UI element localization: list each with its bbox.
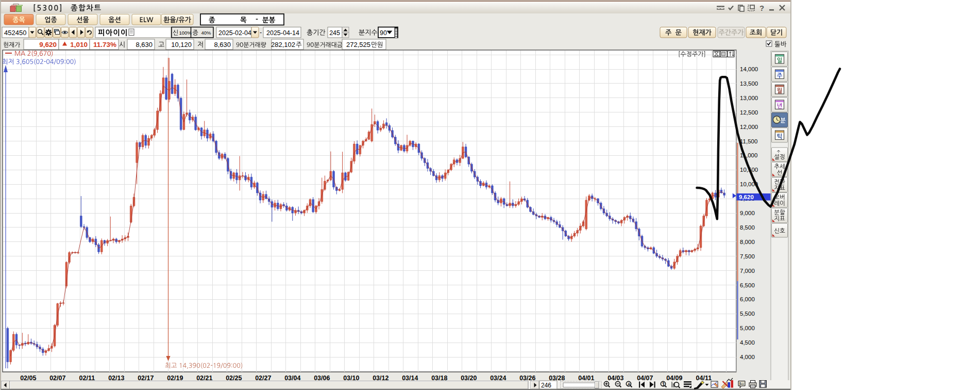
svg-text:272,525: 272,525 bbox=[346, 41, 370, 48]
svg-text:282,102: 282,102 bbox=[271, 41, 295, 48]
svg-text:5,000: 5,000 bbox=[740, 325, 755, 331]
svg-text:8,630: 8,630 bbox=[214, 41, 231, 48]
svg-text:5,500: 5,500 bbox=[740, 311, 755, 317]
svg-text:7,000: 7,000 bbox=[740, 268, 755, 274]
svg-text:13,500: 13,500 bbox=[740, 80, 758, 87]
svg-text:11.73%: 11.73% bbox=[93, 41, 116, 48]
svg-text:-: - bbox=[260, 29, 262, 36]
svg-text:8,630: 8,630 bbox=[136, 41, 153, 48]
svg-text:9,620: 9,620 bbox=[739, 194, 754, 200]
svg-text:245: 245 bbox=[329, 29, 340, 37]
svg-text:2025-02-04: 2025-02-04 bbox=[218, 29, 251, 37]
svg-text:9,000: 9,000 bbox=[740, 210, 755, 216]
svg-text:11,500: 11,500 bbox=[740, 138, 757, 144]
svg-text:13,000: 13,000 bbox=[740, 95, 758, 101]
svg-text:8,500: 8,500 bbox=[740, 224, 755, 231]
svg-text:12,500: 12,500 bbox=[740, 109, 758, 116]
svg-text:9,620: 9,620 bbox=[39, 41, 57, 48]
svg-text:4,500: 4,500 bbox=[740, 339, 755, 346]
svg-text:40%: 40% bbox=[201, 30, 212, 36]
svg-text:?: ? bbox=[759, 4, 764, 12]
svg-text:246: 246 bbox=[541, 382, 551, 389]
svg-text:!--: !-- bbox=[739, 381, 744, 386]
svg-text:14,000: 14,000 bbox=[740, 66, 758, 72]
svg-text:6,500: 6,500 bbox=[740, 282, 755, 288]
svg-text:2025-04-14: 2025-04-14 bbox=[266, 29, 299, 37]
svg-text:1: 1 bbox=[662, 382, 665, 387]
svg-text:A: A bbox=[628, 382, 631, 387]
svg-text:10,120: 10,120 bbox=[171, 41, 192, 48]
svg-text:6,000: 6,000 bbox=[740, 296, 755, 302]
svg-text:8,000: 8,000 bbox=[740, 239, 755, 245]
svg-text:1,010: 1,010 bbox=[70, 41, 88, 48]
svg-text:7,500: 7,500 bbox=[740, 253, 755, 259]
svg-text:100%: 100% bbox=[179, 30, 192, 36]
svg-text:452450: 452450 bbox=[4, 29, 26, 37]
svg-text:90: 90 bbox=[380, 29, 387, 37]
svg-text:4,000: 4,000 bbox=[740, 354, 755, 360]
svg-text:12,000: 12,000 bbox=[740, 124, 758, 130]
